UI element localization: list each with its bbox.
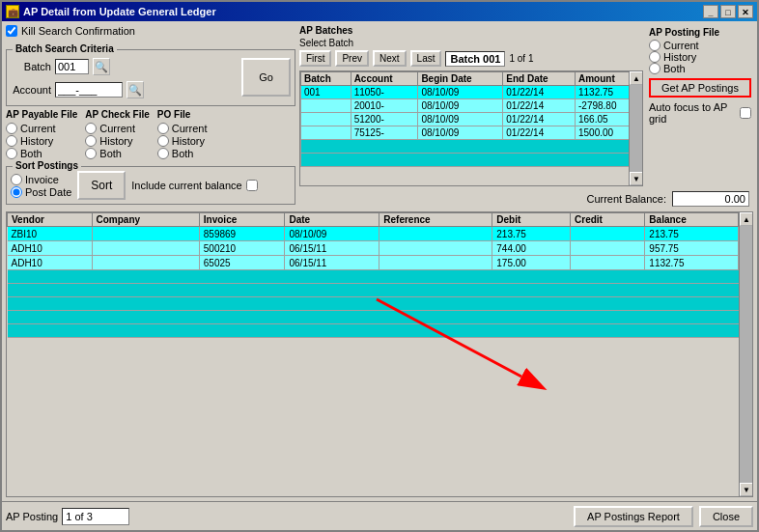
reference-cell bbox=[380, 241, 492, 256]
main-content: Kill Search Confirmation Batch Search Cr… bbox=[2, 21, 757, 501]
end-cell: 01/22/14 bbox=[503, 126, 576, 140]
batch-input[interactable] bbox=[55, 59, 89, 74]
sort-postings-title: Sort Postings bbox=[13, 160, 81, 171]
posting-history-row: History bbox=[649, 51, 751, 63]
reference-cell bbox=[380, 227, 492, 241]
table-row[interactable]: ADH10 65025 06/15/11 175.00 1132.75 bbox=[8, 256, 752, 270]
po-history-radio[interactable] bbox=[157, 135, 169, 147]
maximize-button[interactable]: □ bbox=[720, 5, 736, 18]
batch-data-row[interactable]: 75125- 08/10/09 01/22/14 1500.00 bbox=[301, 126, 642, 140]
get-ap-postings-button[interactable]: Get AP Postings bbox=[649, 78, 751, 98]
scroll-down-button[interactable]: ▼ bbox=[630, 172, 643, 185]
posting-history-label: History bbox=[663, 51, 696, 63]
ap-payable-title: AP Payable File bbox=[6, 109, 77, 120]
batch-data-row[interactable]: 001 11050- 08/10/09 01/22/14 1132.75 bbox=[301, 86, 642, 99]
account-search-button[interactable]: 🔍 bbox=[126, 81, 144, 98]
main-scrollbar[interactable]: ▲ ▼ bbox=[739, 212, 752, 496]
title-bar: 💼 AP Detail from Update General Ledger _… bbox=[2, 2, 757, 21]
sort-postdate-radio[interactable] bbox=[11, 186, 22, 198]
posting-both-radio[interactable] bbox=[649, 63, 661, 74]
sort-invoice: Invoice bbox=[11, 174, 71, 185]
date-cell: 06/15/11 bbox=[285, 256, 380, 270]
posting-history-radio[interactable] bbox=[649, 51, 661, 63]
po-current-radio[interactable] bbox=[157, 123, 169, 134]
ap-payable-both-radio[interactable] bbox=[6, 148, 17, 159]
kill-search-checkbox[interactable] bbox=[6, 25, 17, 37]
go-button[interactable]: Go bbox=[241, 58, 291, 97]
ap-check-current: Current bbox=[85, 123, 150, 134]
ap-posting-file-title: AP Posting File bbox=[649, 27, 751, 38]
title-bar-left: 💼 AP Detail from Update General Ledger bbox=[6, 5, 216, 18]
ap-payable-both: Both bbox=[6, 148, 77, 159]
batch-scrollbar[interactable]: ▲ ▼ bbox=[629, 71, 642, 185]
col-date: Date bbox=[285, 213, 380, 227]
batch-data-row[interactable]: 51200- 08/10/09 01/22/14 166.05 bbox=[301, 113, 642, 126]
account-label: Account bbox=[11, 84, 51, 96]
first-button[interactable]: First bbox=[299, 50, 331, 67]
batch-col-account: Account bbox=[351, 72, 418, 86]
ap-payable-current-label: Current bbox=[20, 123, 56, 134]
main-table: Vendor Company Invoice Date Reference De… bbox=[7, 212, 752, 338]
batch-cell: 001 bbox=[301, 86, 351, 99]
posting-current-row: Current bbox=[649, 40, 751, 51]
main-scroll-down[interactable]: ▼ bbox=[740, 483, 753, 496]
ap-postings-report-button[interactable]: AP Postings Report bbox=[574, 506, 693, 527]
ap-check-history-radio[interactable] bbox=[85, 135, 97, 147]
ap-payable-history: History bbox=[6, 135, 77, 147]
auto-focus-checkbox[interactable] bbox=[740, 107, 751, 119]
include-balance-checkbox[interactable] bbox=[246, 180, 258, 191]
balance-cell: 1132.75 bbox=[645, 256, 739, 270]
ap-posting-input[interactable] bbox=[62, 508, 129, 525]
top-section: Kill Search Confirmation Batch Search Cr… bbox=[6, 25, 753, 209]
account-input[interactable] bbox=[55, 82, 123, 98]
reference-cell bbox=[380, 256, 492, 270]
col-company: Company bbox=[92, 213, 199, 227]
scroll-up-button[interactable]: ▲ bbox=[630, 71, 643, 85]
sort-postings-group: Sort Postings Invoice Post Date bbox=[6, 166, 295, 205]
ap-check-both-radio[interactable] bbox=[85, 148, 97, 159]
ap-payable-current-radio[interactable] bbox=[6, 123, 17, 134]
last-button[interactable]: Last bbox=[410, 50, 442, 67]
prev-button[interactable]: Prev bbox=[335, 50, 369, 67]
batch-col-batch: Batch bbox=[301, 72, 351, 86]
posting-both-row: Both bbox=[649, 63, 751, 74]
auto-focus-label: Auto focus to AP grid bbox=[649, 101, 736, 125]
posting-current-radio[interactable] bbox=[649, 40, 661, 51]
date-cell: 08/10/09 bbox=[285, 227, 380, 241]
close-button[interactable]: Close bbox=[699, 506, 753, 527]
ap-payable-history-label: History bbox=[20, 135, 53, 147]
table-row[interactable]: ADH10 500210 06/15/11 744.00 957.75 bbox=[8, 241, 752, 256]
minimize-button[interactable]: _ bbox=[703, 5, 718, 18]
sort-button[interactable]: Sort bbox=[77, 171, 126, 200]
po-current-label: Current bbox=[172, 123, 208, 134]
sort-radios: Invoice Post Date bbox=[11, 174, 71, 198]
table-empty-row bbox=[8, 284, 752, 297]
ap-posting-status: AP Posting bbox=[6, 508, 129, 525]
begin-cell: 08/10/09 bbox=[418, 86, 503, 99]
next-button[interactable]: Next bbox=[373, 50, 407, 67]
batch-col-begin: Begin Date bbox=[418, 72, 503, 86]
batch-search-title: Batch Search Criteria bbox=[13, 43, 117, 54]
main-scroll-up[interactable]: ▲ bbox=[740, 212, 753, 226]
ap-payable-history-radio[interactable] bbox=[6, 135, 17, 147]
credit-cell bbox=[571, 256, 645, 270]
invoice-cell: 65025 bbox=[199, 256, 285, 270]
batch-search-button[interactable]: 🔍 bbox=[93, 58, 110, 75]
col-balance: Balance bbox=[645, 213, 739, 227]
sort-invoice-radio[interactable] bbox=[11, 174, 22, 185]
po-history-label: History bbox=[172, 135, 205, 147]
ap-check-current-radio[interactable] bbox=[85, 123, 97, 134]
batch-data-row[interactable]: 20010- 08/10/09 01/22/14 -2798.80 bbox=[301, 99, 642, 113]
ap-check-current-label: Current bbox=[99, 123, 135, 134]
sort-inner: Invoice Post Date Sort Include current b… bbox=[11, 171, 291, 200]
po-history: History bbox=[157, 135, 208, 147]
ap-check-title: AP Check File bbox=[85, 109, 150, 120]
scroll-track bbox=[630, 85, 642, 172]
batch-empty-row bbox=[301, 140, 642, 154]
bottom-buttons: AP Postings Report Close bbox=[574, 506, 753, 527]
close-window-button[interactable]: ✕ bbox=[738, 5, 753, 18]
sort-postdate-label: Post Date bbox=[25, 186, 71, 198]
end-cell: 01/22/14 bbox=[503, 113, 576, 126]
po-both-radio[interactable] bbox=[157, 148, 169, 159]
table-row[interactable]: ZBI10 859869 08/10/09 213.75 213.75 bbox=[8, 227, 752, 241]
